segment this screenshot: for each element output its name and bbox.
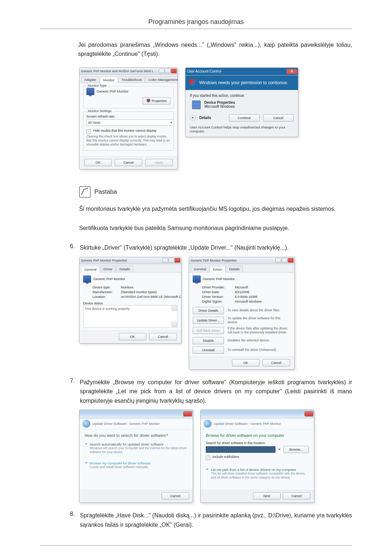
refresh-rate-label: Screen refresh rate: <box>86 115 171 118</box>
option-label: Search automatically for updated driver … <box>90 442 164 446</box>
close-icon[interactable]: ✕ <box>286 69 297 74</box>
minimize-icon[interactable] <box>162 258 168 263</box>
tab-general[interactable]: General <box>191 266 209 272</box>
step-8: 8. Spragtelėkite „Have Disk..." (Naudoti… <box>68 511 352 529</box>
include-subfolders-checkbox[interactable] <box>206 456 210 460</box>
option-let-me-pick[interactable]: Let me pick from a list of device driver… <box>206 467 309 480</box>
uac-headline: Windows needs your permission to contion… <box>199 80 288 85</box>
figure-row-2: Generic PnP Monitor Properties General D… <box>79 257 352 370</box>
tab-driver[interactable]: Driver <box>210 266 225 272</box>
step-7: 7. Pažymėkite „Browse my computer for dr… <box>68 378 352 406</box>
minimize-icon[interactable] <box>159 69 164 73</box>
tab-troubleshoot[interactable]: Troubleshoot <box>118 76 145 83</box>
ok-button[interactable]: OK <box>84 159 112 166</box>
close-icon[interactable] <box>288 258 294 263</box>
wizard-breadcrumb: Update Driver Software - Generic PnP Mon… <box>93 422 160 426</box>
uac-details-label[interactable]: Details <box>199 116 211 120</box>
figure-row-3: ← Update Driver Software - Generic PnP M… <box>79 410 352 503</box>
scroll-down-icon[interactable] <box>172 322 177 327</box>
option-search-automatically[interactable]: Search automatically for updated driver … <box>85 441 188 455</box>
driver-details-desc: To view details about the driver files. <box>228 308 291 312</box>
back-button-icon[interactable]: ← <box>204 420 212 428</box>
minimize-icon[interactable] <box>275 258 281 263</box>
uninstall-button[interactable]: Uninstall <box>193 346 224 354</box>
driver-date-value: 6/21/2006 <box>235 290 291 294</box>
note-body-2: Sertifikuota tvarkyklė bus pateikta Sams… <box>79 223 352 233</box>
device-name: Generic PnP Monitor <box>93 277 125 281</box>
wizard-heading: How do you want to search for driver sof… <box>85 433 188 438</box>
close-icon[interactable] <box>305 411 313 416</box>
chevron-down-icon[interactable] <box>278 449 281 450</box>
bottom-rule <box>40 545 352 546</box>
cancel-button[interactable]: Cancel <box>115 159 142 166</box>
display-properties-dialog: Generic PnP Monitor and NVIDIA GeForce 6… <box>79 67 178 169</box>
maximize-icon[interactable] <box>282 258 287 263</box>
page-title: Programinės įrangos naudojimas <box>40 18 352 26</box>
note-title: Pastaba <box>94 188 117 196</box>
properties-button[interactable]: Properties <box>143 97 171 104</box>
option-label: Browse my computer for driver software <box>90 461 151 465</box>
tab-adapter[interactable]: Adapter <box>81 76 99 83</box>
apply-button[interactable]: Apply <box>145 159 173 166</box>
wizard-heading: Browse for driver software on your compu… <box>206 433 309 438</box>
option-browse-computer[interactable]: Browse my computer for driver software L… <box>85 460 188 470</box>
intro-text: Jei parodomas pranešimas „Windows needs.… <box>78 41 352 59</box>
monitor-properties-driver-dialog: Generic PnP Monitor Properties General D… <box>189 257 295 370</box>
tab-driver[interactable]: Driver <box>100 266 116 272</box>
monitor-name: Generic PnP Monitor <box>97 89 128 93</box>
search-location-label: Search for driver software in this locat… <box>206 441 309 445</box>
maximize-icon[interactable] <box>168 258 174 263</box>
uac-titlebar[interactable]: User Account Control ✕ <box>185 68 298 75</box>
step-6-number: 6. <box>68 243 75 253</box>
update-driver-desc: To update the driver software for this d… <box>228 316 291 325</box>
driver-details-button[interactable]: Driver Details <box>193 307 224 314</box>
driver-provider-key: Driver Provider: <box>202 286 235 289</box>
close-icon[interactable] <box>175 258 180 263</box>
tab-monitor[interactable]: Monitor <box>100 77 118 83</box>
maximize-icon[interactable] <box>165 69 171 73</box>
digital-signer-key: Digital Signer: <box>202 300 235 303</box>
close-icon[interactable] <box>183 411 192 416</box>
chevron-down-icon[interactable] <box>190 115 196 121</box>
hide-modes-description: Clearing this check box allows you to se… <box>86 135 171 147</box>
continue-button[interactable]: Continue <box>229 114 260 122</box>
scroll-up-icon[interactable] <box>172 306 177 311</box>
display-dialog-titlebar[interactable]: Generic PnP Monitor and NVIDIA GeForce 6… <box>79 68 177 75</box>
close-icon[interactable] <box>171 69 177 73</box>
hide-modes-checkbox[interactable] <box>86 130 91 134</box>
update-driver-wizard-browse: ← Update Driver Software - Generic PnP M… <box>200 410 314 503</box>
monitor-settings-label: Monitor Settings <box>86 109 113 113</box>
uninstall-desc: To uninstall the driver (Advanced). <box>228 348 291 352</box>
tab-color-management[interactable]: Color Management <box>145 76 178 83</box>
manufacturer-key: Manufacturer: <box>93 290 121 294</box>
browse-button[interactable]: Browse... <box>283 446 309 453</box>
tab-details[interactable]: Details <box>226 266 243 272</box>
cancel-button[interactable]: Cancel <box>149 333 177 340</box>
properties-titlebar[interactable]: Generic PnP Monitor Properties <box>79 257 181 264</box>
update-driver-button[interactable]: Update Driver... <box>193 317 224 324</box>
cancel-button[interactable]: Cancel <box>263 114 294 122</box>
tab-general[interactable]: General <box>81 266 100 272</box>
tab-details[interactable]: Details <box>116 266 133 272</box>
wizard-breadcrumb: Update Driver Software - Generic PnP Mon… <box>214 422 281 426</box>
disable-button[interactable]: Disable <box>193 337 224 344</box>
device-name: Generic PnP Monitor <box>203 277 235 281</box>
ok-button[interactable]: OK <box>119 333 146 340</box>
refresh-rate-select[interactable]: 60 Hertz <box>86 119 174 126</box>
update-driver-wizard-search: ← Update Driver Software - Generic PnP M… <box>79 410 193 503</box>
properties-titlebar[interactable]: Generic PnP Monitor Properties <box>189 257 294 264</box>
back-button-icon[interactable]: ← <box>82 420 90 428</box>
uac-started-text: If you started this action, continue. <box>190 94 294 98</box>
cancel-button[interactable]: Cancel <box>262 359 290 366</box>
pencil-icon <box>79 186 91 198</box>
rollback-driver-button[interactable]: Roll Back Driver <box>193 327 224 334</box>
refresh-rate-value: 60 Hertz <box>88 121 101 124</box>
ok-button[interactable]: OK <box>232 359 260 366</box>
device-type-key: Device type: <box>93 286 121 289</box>
cancel-button[interactable]: Cancel <box>283 492 310 500</box>
path-input[interactable] <box>206 446 275 453</box>
cancel-button[interactable]: Cancel <box>162 492 189 500</box>
monitor-icon <box>86 88 94 95</box>
next-button[interactable]: Next <box>253 492 281 500</box>
device-status-text: This device is working properly. <box>85 307 130 311</box>
